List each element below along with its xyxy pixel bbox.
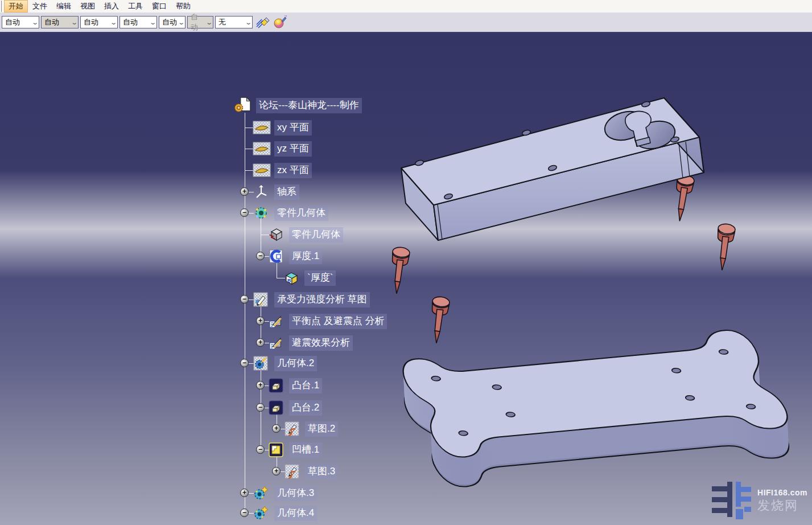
menu-item-insert[interactable]: 插入	[100, 0, 123, 13]
chevron-down-icon: ⌄	[31, 19, 39, 26]
tree-branch-line	[261, 216, 261, 256]
screw-part[interactable]	[427, 296, 450, 344]
tree-expander[interactable]: +	[240, 187, 249, 196]
tree-node-label[interactable]: yz 平面	[274, 141, 312, 157]
tree-node-label[interactable]: 避震效果分析	[289, 335, 353, 351]
body-icon	[253, 486, 269, 501]
line-weight-combobox[interactable]: 自动⌄	[119, 16, 157, 28]
chevron-down-icon: ⌄	[110, 19, 117, 26]
pad-icon	[269, 378, 283, 393]
tree-expander[interactable]: −	[240, 508, 249, 517]
pad-icon	[269, 400, 283, 415]
screw-part[interactable]	[671, 174, 695, 222]
plane-icon	[253, 142, 271, 155]
tree-node-label[interactable]: xy 平面	[274, 120, 312, 136]
chevron-down-icon: ⌄	[178, 19, 185, 26]
menu-item-view[interactable]: 视图	[76, 0, 100, 13]
tree-expander[interactable]: −	[240, 208, 249, 217]
tree-expander[interactable]: −	[240, 359, 249, 367]
3d-scene: B	[0, 0, 812, 525]
body-icon	[253, 356, 268, 371]
tree-expander[interactable]: −	[256, 252, 265, 260]
tree-node-label[interactable]: 承受力强度分析 草图	[274, 292, 370, 307]
screw-part[interactable]	[713, 223, 736, 272]
analysis-sketch-icon	[269, 335, 283, 350]
plane-icon	[253, 121, 271, 134]
pocket-icon	[269, 442, 283, 457]
tree-node-label[interactable]: 草图.2	[305, 421, 338, 437]
tree-node-label[interactable]: zx 平面	[274, 163, 312, 178]
plane-icon	[253, 163, 271, 177]
fill-color-combobox[interactable]: 自动⌄	[2, 16, 39, 28]
thickness-icon	[269, 249, 283, 264]
base-plate-part[interactable]	[395, 329, 795, 489]
tree-node-label[interactable]: 凸台.2	[289, 400, 322, 416]
tree-node-label[interactable]: 凸台.1	[289, 378, 322, 393]
tree-node-label[interactable]: 零件几何体	[274, 206, 328, 221]
tree-node-label[interactable]: 几何体.2	[274, 356, 317, 371]
sketch-icon	[285, 421, 299, 436]
tree-expander[interactable]: +	[256, 317, 265, 325]
chevron-down-icon: ⌄	[71, 19, 78, 26]
tree-expander[interactable]: −	[256, 403, 265, 412]
tree-node-label[interactable]: 草图.3	[305, 464, 338, 479]
watermark-site: HIFI168.com	[757, 488, 807, 497]
thickness-parameter-icon	[284, 270, 299, 285]
sketch-icon	[253, 292, 268, 307]
solid-cube-icon	[269, 227, 283, 242]
menu-item-help[interactable]: 帮助	[171, 0, 195, 13]
tree-node-label[interactable]: 论坛---泰山神龙----制作	[256, 98, 362, 113]
watermark-logo-icon	[712, 482, 753, 520]
tree-node-label[interactable]: `厚度`	[304, 270, 336, 286]
tree-node-label[interactable]: 厚度.1	[289, 249, 322, 264]
graphic-properties-toolbar: 自动⌄ 自动⌄ 自动⌄ 自动⌄ 自动⌄ 自动⌄ 无⌄	[0, 13, 812, 33]
menu-bar: 开始 文件 编辑 视图 插入 工具 窗口 帮助	[0, 0, 812, 13]
layer-combobox[interactable]: 无⌄	[215, 16, 253, 28]
tree-expander[interactable]: −	[240, 295, 249, 303]
point-type-combobox[interactable]: 自动⌄	[187, 16, 213, 28]
line-color-combobox[interactable]: 自动⌄	[80, 16, 118, 28]
tree-node-label[interactable]: 几何体.3	[274, 486, 317, 501]
tree-expander[interactable]: +	[256, 381, 265, 389]
tree-expander[interactable]: −	[256, 445, 265, 454]
tree-trunk-line	[245, 113, 245, 513]
menu-item-window[interactable]: 窗口	[147, 0, 171, 13]
line-type-combobox[interactable]: 自动⌄	[159, 16, 186, 28]
tree-expander[interactable]: +	[272, 467, 281, 475]
menu-item-tools[interactable]: 工具	[123, 0, 147, 13]
material-sphere-icon[interactable]	[273, 15, 287, 29]
tree-node-label[interactable]: 轴系	[274, 184, 299, 200]
tree-tick	[261, 235, 269, 235]
tree-expander[interactable]: +	[256, 338, 265, 347]
chevron-down-icon: ⌄	[149, 19, 156, 26]
sketch-icon	[285, 464, 299, 479]
body-gear-icon	[254, 206, 269, 220]
axis-system-icon	[254, 184, 269, 199]
watermark-name: 发烧网	[757, 497, 807, 514]
menu-item-file[interactable]: 文件	[28, 0, 52, 13]
body-icon	[253, 506, 269, 520]
tree-node-label[interactable]: 零件几何体	[289, 227, 343, 243]
tree-node-label[interactable]: 平衡点 及避震点 分析	[289, 314, 387, 329]
tree-expander[interactable]: +	[272, 424, 281, 433]
paint-applicator-icon[interactable]	[256, 15, 270, 29]
analysis-sketch-icon	[269, 314, 283, 329]
chevron-down-icon: ⌄	[205, 19, 213, 26]
screw-part[interactable]	[388, 247, 410, 295]
tree-node-label[interactable]: 几何体.4	[274, 506, 317, 521]
tree-expander[interactable]: +	[240, 489, 249, 497]
opacity-combobox[interactable]: 自动⌄	[41, 16, 79, 28]
chevron-down-icon: ⌄	[245, 19, 252, 26]
cover-block-part[interactable]	[401, 98, 704, 240]
part-document-icon	[234, 97, 252, 113]
menu-item-start[interactable]: 开始	[4, 0, 28, 13]
menu-item-edit[interactable]: 编辑	[52, 0, 76, 13]
tree-node-label[interactable]: 凹槽.1	[289, 442, 322, 458]
watermark: HIFI168.com 发烧网	[712, 482, 807, 520]
